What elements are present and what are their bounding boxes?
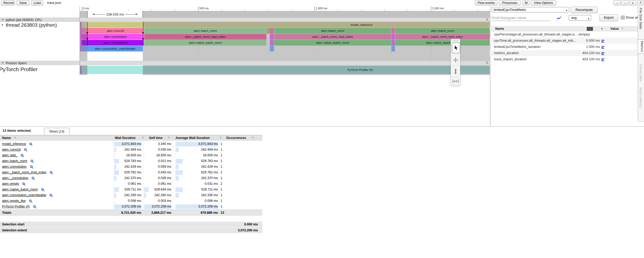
thread-collapse-caret-icon[interactable]: ▾ — [2, 23, 3, 27]
column-header-average-wall-duration[interactable]: Average Wall Duration — [175, 136, 210, 140]
table-row[interactable]: aten::empty0.061 ms0.061 ms0.031 ms2 — [0, 181, 262, 187]
slice-batch-norm[interactable]: aten::batch_norm — [144, 28, 266, 34]
metrics-name-column-header[interactable]: Name — [495, 27, 504, 31]
metrics-row[interactable]: cpuTime:all_processes:all_threads:all_st… — [490, 38, 638, 44]
slice-strip[interactable] — [391, 34, 395, 40]
tab-file-size-stats[interactable]: File Size Stats — [639, 8, 643, 29]
table-row[interactable]: model_inference3,071.843 ms3.340 ms3,071… — [0, 141, 262, 147]
slice-convolution-overrideable[interactable]: aten::convolution_overrideable — [87, 46, 143, 51]
slice-model-inference[interactable] — [87, 22, 143, 28]
table-row[interactable]: aten::add_18.505 ms18.505 ms18.505 ms1 — [0, 153, 262, 158]
table-row[interactable]: aten::convolution242.429 ms0.059 ms242.4… — [0, 164, 262, 170]
metrics-row[interactable]: metrics_duration404.100 ms — [490, 50, 638, 56]
table-row[interactable]: aten::native_batch_norm529.711 ms529.634… — [0, 187, 262, 193]
slice-name-link[interactable]: aten::_convolution — [2, 176, 28, 180]
table-row[interactable]: aten::_batch_norm_impl_index529.762 ms0.… — [0, 170, 262, 175]
column-header-name[interactable]: Name — [2, 136, 11, 140]
slice-batch-norm-impl-index[interactable]: aten::_batch_norm_impl_index — [144, 34, 266, 40]
table-row[interactable]: aten::empty_like0.056 ms0.003 ms0.056 ms… — [0, 198, 262, 204]
slice-strip[interactable] — [391, 46, 395, 51]
slice-strip[interactable] — [270, 40, 274, 46]
sort-icon[interactable]: ▽ — [168, 136, 170, 139]
magnifier-icon[interactable] — [29, 199, 32, 203]
metrics-row[interactable]: trace_import_duration403.100 ms — [490, 56, 638, 62]
table-row[interactable]: aten::_convolution242.370 ms0.035 ms242.… — [0, 175, 262, 181]
load-button[interactable]: Load — [31, 0, 43, 5]
tab-frame-data[interactable]: Frame Data — [639, 64, 643, 82]
table-row[interactable]: aten::convolution_overrideable242.335 ms… — [0, 193, 262, 198]
find-histogram-input[interactable]: Find Histogram name — [492, 15, 551, 21]
view-options-button[interactable]: View Options — [531, 0, 556, 5]
histogram-icon[interactable] — [601, 40, 605, 43]
slice-strip[interactable] — [270, 34, 274, 40]
help-button[interactable]: ? — [637, 0, 644, 5]
column-header-self-time[interactable]: Self time — [149, 136, 162, 140]
collapse-panel-button[interactable]: » — [629, 0, 636, 5]
processes-button[interactable]: Processes — [499, 0, 521, 5]
slice-strip[interactable] — [270, 28, 274, 34]
slice-name-link[interactable]: aten::convolution_overrideable — [2, 193, 46, 197]
selection-mode-button[interactable] — [452, 42, 460, 53]
slice-name-link[interactable]: PyTorch Profiler (0) — [2, 205, 30, 208]
sort-icon[interactable]: ▽ — [252, 136, 254, 139]
slice-batch-norm-impl-index[interactable]: aten::_batch_norm_impl_index — [274, 34, 391, 40]
slice-model-inference-dim[interactable] — [143, 22, 490, 28]
collapse-caret-icon[interactable]: ▾ — [2, 61, 3, 64]
slice-underscore-convolution-dim[interactable] — [82, 40, 87, 46]
slice-profiler[interactable] — [87, 66, 143, 74]
show-all-checkbox[interactable]: ✓ — [621, 16, 625, 20]
magnifier-icon[interactable] — [41, 188, 45, 191]
metric-select[interactable]: limitedCpuTimeMetric ▾ — [492, 7, 569, 12]
metrics-value-column-header[interactable]: Value — [610, 27, 619, 31]
aggregation-select[interactable]: avg ▾ — [569, 15, 591, 21]
sort-icon[interactable]: ▽ — [14, 136, 16, 139]
slice-convolution-overrideable-dim[interactable] — [82, 46, 87, 51]
metrics-row[interactable]: limitedCpuTimeMetric_duration1.000 ms — [490, 44, 638, 50]
timing-mode-button[interactable] — [452, 78, 459, 85]
tab-input-latency[interactable]: Input Latency — [639, 87, 643, 108]
drag-handle-icon[interactable] — [452, 40, 458, 42]
magnifier-icon[interactable] — [30, 165, 33, 169]
histogram-icon[interactable] — [601, 46, 605, 49]
column-header-wall-duration[interactable]: Wall Duration — [115, 136, 136, 140]
table-row[interactable]: PyTorch Profiler (0)3,072.206 ms3,072.20… — [0, 204, 262, 210]
tab-metrics[interactable]: Metrics — [638, 39, 644, 54]
slice-add[interactable] — [267, 28, 270, 34]
slice-conv2d[interactable]: aten::conv2d — [87, 28, 144, 34]
magnifier-icon[interactable] — [33, 205, 37, 209]
slice-strip[interactable] — [391, 40, 395, 46]
slice-strip[interactable] — [270, 46, 274, 51]
magnifier-icon[interactable] — [49, 194, 53, 197]
process-spans-header[interactable]: ▾ Process Spans X — [0, 61, 490, 65]
slice-profiler-dim[interactable] — [82, 66, 87, 74]
magnifier-icon[interactable] — [20, 154, 24, 157]
panel-divider[interactable] — [0, 126, 644, 127]
slice-name-link[interactable]: aten::empty_like — [2, 199, 26, 203]
record-button[interactable]: Record — [1, 0, 15, 5]
slice-profiler-dim[interactable] — [143, 66, 490, 74]
slice-native-batch-norm[interactable]: aten::native_batch_norm — [144, 40, 266, 46]
magnifier-icon[interactable] — [29, 142, 33, 146]
magnifier-icon[interactable] — [22, 182, 26, 186]
table-row[interactable]: aten::batch_norm529.783 ms0.021 ms529.78… — [0, 158, 262, 164]
slice-name-link[interactable]: aten::add_ — [2, 153, 17, 157]
slice-model-inference-dim[interactable] — [82, 22, 87, 28]
slice-convolution[interactable]: aten::convolution — [87, 34, 144, 40]
chart-line-icon[interactable] — [557, 16, 561, 20]
slice-name-link[interactable]: model_inference — [2, 142, 26, 146]
slice-name-link[interactable]: aten::conv2d — [2, 148, 21, 151]
histogram-icon[interactable] — [601, 52, 605, 55]
slice-name-link[interactable]: aten::native_batch_norm — [2, 188, 38, 191]
zoom-mode-button[interactable] — [452, 67, 459, 76]
close-track-icon[interactable]: X — [485, 61, 489, 65]
metrics-button[interactable]: M — [522, 0, 529, 5]
save-button[interactable]: Save — [17, 0, 30, 5]
nav-forward-button[interactable]: → — [621, 0, 628, 5]
flow-events-button[interactable]: Flow events — [475, 0, 497, 5]
cpu-track-header[interactable]: ▾ python (pid 263803): CPU X — [0, 18, 490, 22]
slice-native-batch-norm[interactable]: aten::native_batch_norm — [274, 40, 391, 46]
slice-name-link[interactable]: aten::empty — [2, 182, 19, 186]
tab-slices[interactable]: Slices (13) — [44, 128, 69, 135]
column-header-occurrences[interactable]: Occurrences — [226, 136, 246, 140]
recompute-button[interactable]: Recompute — [571, 7, 598, 13]
